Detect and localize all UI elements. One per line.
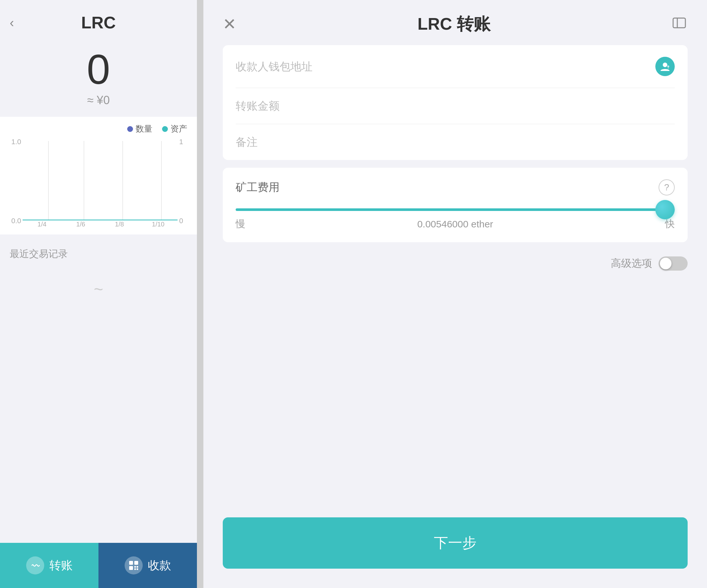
- mining-fee-section: 矿工费用 ? 慢 0.00546000 ether 快: [223, 168, 687, 242]
- slider-container: [236, 208, 675, 211]
- legend-quantity: 数量: [127, 123, 153, 135]
- note-field: [236, 124, 675, 160]
- quantity-dot: [127, 126, 133, 132]
- note-input[interactable]: [236, 136, 675, 148]
- recent-section: 最近交易记录 ~: [0, 238, 197, 321]
- transfer-label: 转账: [49, 558, 73, 574]
- contact-book-button[interactable]: [655, 57, 675, 76]
- svg-point-24: [667, 66, 669, 67]
- help-icon-text: ?: [664, 182, 669, 192]
- chart-section: 数量 资产 1.0 0.0 1 0: [0, 117, 197, 234]
- slider-track[interactable]: [236, 208, 675, 211]
- svg-text:1/10: 1/10: [152, 221, 165, 228]
- recipient-input[interactable]: [236, 60, 655, 73]
- chart-svg: 1.0 0.0 1 0 1/4 1/6 1/8 1/10: [10, 138, 187, 228]
- slider-fast-label: 快: [665, 217, 675, 231]
- svg-rect-16: [129, 566, 133, 570]
- svg-rect-19: [134, 568, 136, 570]
- amount-field: [236, 88, 675, 124]
- svg-text:0: 0: [179, 217, 183, 225]
- window-minimize-button[interactable]: [672, 16, 687, 32]
- receive-label: 收款: [148, 558, 171, 574]
- balance-amount: 0: [87, 48, 110, 90]
- amount-input[interactable]: [236, 100, 675, 112]
- svg-point-23: [663, 63, 667, 67]
- svg-text:0.0: 0.0: [11, 217, 21, 225]
- svg-rect-21: [673, 18, 685, 28]
- chart-container: 1.0 0.0 1 0 1/4 1/6 1/8 1/10: [10, 138, 187, 228]
- quantity-label: 数量: [136, 123, 153, 135]
- receive-icon: [125, 556, 143, 575]
- svg-text:1/6: 1/6: [76, 221, 85, 228]
- svg-rect-15: [134, 561, 138, 565]
- form-section: [223, 45, 687, 160]
- legend-asset: 资产: [162, 123, 187, 135]
- slider-value: 0.00546000 ether: [417, 219, 493, 230]
- back-button[interactable]: ‹: [10, 15, 14, 30]
- close-button[interactable]: ✕: [223, 16, 236, 32]
- right-panel: ✕ LRC 转账: [203, 0, 707, 588]
- left-title: LRC: [81, 13, 116, 32]
- next-button[interactable]: 下一步: [223, 517, 687, 568]
- svg-text:1.0: 1.0: [11, 138, 21, 146]
- svg-text:1/4: 1/4: [37, 221, 46, 228]
- asset-label: 资产: [170, 123, 187, 135]
- help-button[interactable]: ?: [659, 179, 675, 195]
- svg-rect-17: [134, 566, 136, 568]
- mining-fee-label: 矿工费用: [236, 180, 279, 195]
- left-panel: ‹ LRC 0 ≈ ¥0 数量 资产 1.0 0.0 1 0: [0, 0, 197, 588]
- receive-button[interactable]: 收款: [98, 543, 197, 588]
- svg-rect-14: [129, 561, 133, 565]
- svg-rect-18: [137, 566, 138, 568]
- left-header: ‹ LRC: [0, 0, 197, 39]
- asset-dot: [162, 126, 168, 132]
- slider-labels: 慢 0.00546000 ether 快: [236, 217, 675, 231]
- svg-text:1/8: 1/8: [115, 221, 124, 228]
- empty-indicator: ~: [10, 267, 187, 311]
- bottom-nav: 转账 收款: [0, 543, 197, 588]
- advanced-toggle[interactable]: [659, 256, 687, 270]
- chart-legend: 数量 资产: [10, 123, 187, 135]
- transfer-icon: [26, 556, 44, 575]
- transfer-button[interactable]: 转账: [0, 543, 98, 588]
- balance-cny: ≈ ¥0: [87, 94, 110, 107]
- mining-header: 矿工费用 ?: [236, 179, 675, 195]
- svg-text:1: 1: [179, 138, 183, 146]
- advanced-options-label: 高级选项: [611, 256, 652, 270]
- right-header: ✕ LRC 转账: [223, 0, 687, 45]
- slider-slow-label: 慢: [236, 217, 245, 231]
- svg-rect-20: [137, 568, 138, 570]
- right-title: LRC 转账: [417, 13, 490, 35]
- toggle-knob: [660, 258, 672, 269]
- slider-thumb[interactable]: [655, 200, 675, 219]
- balance-section: 0 ≈ ¥0: [0, 39, 197, 114]
- recipient-field: [236, 45, 675, 88]
- recent-title: 最近交易记录: [10, 247, 187, 261]
- panel-divider: [197, 0, 203, 588]
- advanced-options-section: 高级选项: [223, 250, 687, 277]
